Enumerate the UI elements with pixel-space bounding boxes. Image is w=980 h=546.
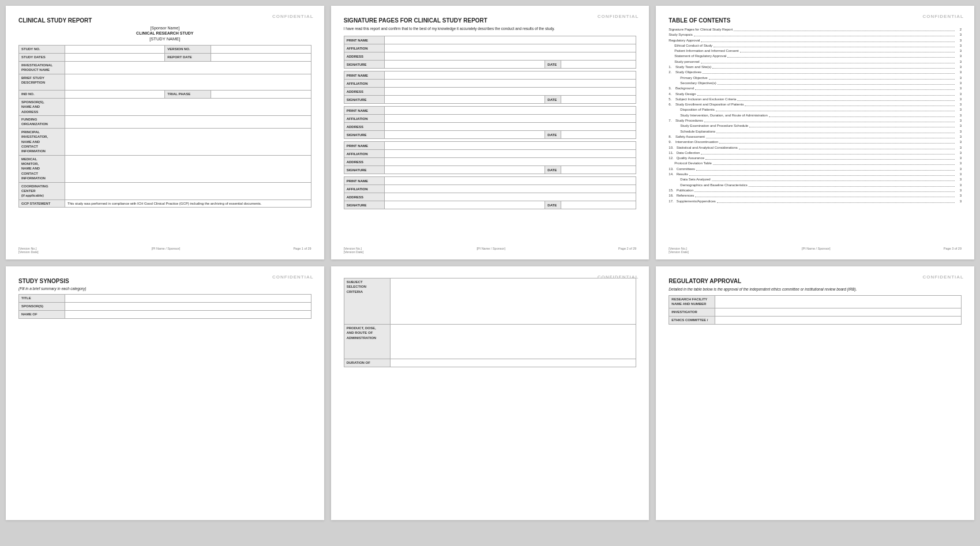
toc-entry: Primary Objective 3 [669, 76, 962, 81]
toc-entry: 17. Supplements/Appendices 3 [669, 199, 962, 204]
toc-num: 3 [956, 86, 962, 91]
value-subject-sel [390, 278, 636, 325]
page-3: CONFIDENTIAL TABLE OF CONTENTS Signature… [656, 6, 974, 259]
toc-dots [745, 102, 955, 106]
toc-label: Secondary Objective(s) [680, 81, 716, 86]
table-row: IND NO. TRIAL PHASE [19, 90, 311, 98]
label-affil-3: AFFILIATION [344, 115, 384, 123]
toc-num: 3 [956, 107, 962, 112]
value-addr-2 [384, 88, 636, 96]
toc-label: 7. Study Procedures [669, 118, 703, 123]
label-study-no: STUDY NO. [19, 46, 65, 54]
label-study-dates: STUDY DATES [19, 54, 65, 62]
toc-dots [689, 172, 955, 176]
toc-num: 3 [956, 113, 962, 118]
label-date-2: DATE [545, 96, 561, 104]
toc-entry: 12. Quality Assurance 3 [669, 156, 962, 161]
toc-label: 9. Intervention Discontinuation [669, 140, 718, 145]
value-trial-phase [211, 90, 311, 98]
page-grid: CONFIDENTIAL CLINICAL STUDY REPORT [Spon… [6, 6, 974, 520]
table-row: ADDRESS [344, 158, 636, 166]
toc-dots [713, 161, 955, 165]
value-date-5 [561, 201, 636, 209]
toc-label: 11. Data Collection [669, 150, 700, 156]
footer-right: Page 1 of 29 [293, 247, 311, 254]
toc-entry: Study Examination and Procedure Schedule… [669, 123, 962, 129]
toc-dots [712, 177, 955, 181]
label-sig-5: SIGNATURE [344, 201, 384, 209]
toc-entry: 4. Study Design 3 [669, 92, 962, 97]
table-row: GCP STATEMENT This study was performed i… [19, 199, 311, 207]
toc-entry: 5. Subject Inclusion and Exclusion Crite… [669, 97, 962, 102]
toc-entry: Schedule Explanations 3 [669, 129, 962, 134]
label-date-4: DATE [545, 166, 561, 174]
toc-dots [694, 32, 955, 36]
toc-dots [769, 113, 955, 117]
synopsis-form: TITLE SPONSOR(S) NAME OF [18, 294, 311, 319]
toc-label: Regulatory Approval [669, 38, 700, 43]
toc-entry: 11. Data Collection 3 [669, 150, 962, 156]
value-coord-center [65, 182, 311, 199]
table-row: SIGNATURE DATE [344, 61, 636, 69]
label-sig-1: SIGNATURE [344, 61, 384, 69]
value-product-dose [390, 325, 636, 359]
toc-title: TABLE OF CONTENTS [669, 17, 962, 24]
label-print-name-2: PRINT NAME [344, 71, 384, 80]
toc-dots [718, 81, 955, 85]
toc-label: 1. Study Team and Site(s) [669, 65, 711, 70]
toc-num: 3 [956, 177, 962, 182]
table-row: SIGNATURE DATE [344, 201, 636, 209]
table-row: STUDY NO. VERSION NO. [19, 46, 311, 54]
toc-entry: Patient Information and Informed Consent… [669, 48, 962, 54]
label-coord-center: COORDINATING CENTER (if applicable) [19, 182, 65, 199]
toc-num: 3 [956, 150, 962, 156]
label-affil-2: AFFILIATION [344, 80, 384, 88]
toc-num: 3 [956, 161, 962, 166]
label-print-name-4: PRINT NAME [344, 142, 384, 150]
table-row: SIGNATURE DATE [344, 166, 636, 174]
toc-dots [716, 129, 955, 133]
toc-num: 3 [956, 183, 962, 188]
value-ind-no [65, 90, 165, 98]
toc-label: Schedule Explanations [680, 129, 715, 134]
toc-dots [719, 140, 955, 144]
reg-intro: Detailed in the table below is the appro… [669, 287, 962, 292]
table-row: TITLE [19, 295, 311, 303]
toc-dots [714, 43, 955, 47]
footer-left: [Version No.] [Version Date] [18, 247, 39, 254]
toc-num: 3 [956, 102, 962, 107]
page-2-title: SIGNATURE PAGES FOR CLINICAL STUDY REPOR… [344, 17, 637, 24]
label-addr-1: ADDRESS [344, 52, 384, 61]
toc-entry: 16. References 3 [669, 193, 962, 198]
toc-entry: Study personnel 3 [669, 59, 962, 65]
toc-entry: Study Synopsis 3 [669, 32, 962, 37]
toc-label: Primary Objective [680, 76, 707, 81]
label-inv-product: INVESTIGATIONAL PRODUCT NAME [19, 62, 65, 74]
toc-label: Patient Information and Informed Consent [674, 48, 738, 54]
label-sponsors: SPONSOR(S), NAME AND ADDRESS [19, 98, 65, 115]
toc-label: 13. Committees [669, 167, 694, 172]
page-4: CONFIDENTIAL STUDY SYNOPSIS (Fill in a b… [6, 266, 324, 520]
toc-num: 3 [956, 97, 962, 102]
footer-left: [Version No.] [Version Date] [344, 247, 364, 254]
table-row: INVESTIGATIONAL PRODUCT NAME [19, 62, 311, 74]
footer-center: [PI Name / Sponsor] [802, 247, 831, 254]
toc-entry: Protocol Deviation Table 3 [669, 161, 962, 166]
toc-num: 3 [956, 156, 962, 161]
value-addr-5 [384, 193, 636, 201]
toc-dots [704, 118, 955, 122]
value-version-no [211, 46, 311, 54]
toc-dots [727, 54, 955, 58]
footer-left: [Version No.] [Version Date] [669, 247, 689, 254]
page-6: CONFIDENTIAL REGULATORY APPROVAL Detaile… [656, 266, 974, 520]
toc-dots [697, 92, 955, 96]
table-row: SIGNATURE DATE [344, 96, 636, 104]
label-affil-5: AFFILIATION [344, 185, 384, 193]
value-principal-inv [65, 128, 311, 155]
cover-form: STUDY NO. VERSION NO. STUDY DATES REPORT… [18, 45, 311, 208]
table-row: SPONSOR(S) [19, 303, 311, 311]
value-print-name-4 [384, 142, 636, 150]
label-product-dose: PRODUCT, DOSE, AND ROUTE OF ADMINISTRATI… [344, 325, 390, 359]
toc-num: 3 [956, 193, 962, 198]
toc-label: Study Intervention, Duration, and Route … [680, 113, 767, 118]
